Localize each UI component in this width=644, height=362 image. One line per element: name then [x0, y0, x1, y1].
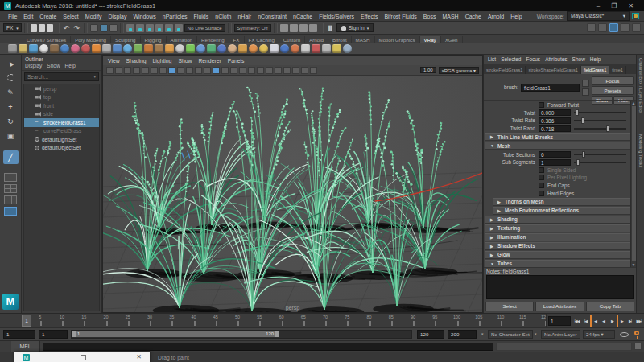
- outliner-menu-help[interactable]: Help: [65, 63, 76, 68]
- statusline-divider[interactable]: [56, 23, 60, 33]
- ae-tab-time1[interactable]: time1: [609, 66, 626, 74]
- shelf-icon-6[interactable]: [60, 44, 69, 53]
- gamma-value-field[interactable]: 1.00: [420, 67, 436, 73]
- menu-arnold[interactable]: Arnold: [485, 14, 507, 19]
- menu-display[interactable]: Display: [105, 14, 130, 19]
- viewport-toolbar-icon-12[interactable]: [204, 67, 211, 74]
- menu-help[interactable]: Help: [507, 14, 525, 19]
- select-hierarchy-icon[interactable]: [90, 24, 98, 32]
- section-texturing[interactable]: ▶Texturing: [485, 224, 630, 232]
- close-icon[interactable]: ✕: [136, 354, 142, 360]
- statusline-divider[interactable]: [228, 23, 232, 33]
- menu-select[interactable]: Select: [60, 14, 81, 19]
- render-current-frame-icon[interactable]: [290, 24, 298, 32]
- notes-toggle-icon[interactable]: [582, 88, 589, 96]
- shelf-icon-29[interactable]: [301, 44, 310, 53]
- shelf-tab-custom[interactable]: Custom: [279, 36, 305, 43]
- save-scene-icon[interactable]: [47, 24, 53, 32]
- shelf-tab-arnold[interactable]: Arnold: [305, 36, 328, 43]
- outliner-item-curvefieldgrass[interactable]: ~curveFieldGrass: [24, 127, 99, 136]
- section-thin-line-multi-streaks[interactable]: ▶Thin Line Multi Streaks: [485, 133, 630, 141]
- menu-file[interactable]: File: [5, 14, 20, 19]
- minimize-button[interactable]: –: [597, 2, 600, 10]
- shelf-icon-23[interactable]: [238, 44, 247, 53]
- shelf-tab-rigging[interactable]: Rigging: [141, 36, 167, 43]
- checkbox-end-caps[interactable]: [539, 183, 544, 188]
- section-thorns-on-mesh[interactable]: ▶Thorns on Mesh: [493, 198, 630, 206]
- presets-button[interactable]: Presets: [592, 86, 634, 95]
- shelf-icon-28[interactable]: [291, 44, 299, 53]
- viewport-toolbar-icon-1[interactable]: [106, 67, 114, 74]
- viewport-toolbar-icon-9[interactable]: [177, 67, 184, 74]
- ae-menu-help[interactable]: Help: [590, 56, 601, 62]
- focus-button[interactable]: Focus: [592, 76, 634, 85]
- playback-start-field[interactable]: 1: [39, 330, 68, 339]
- shelf-tab-fx-caching[interactable]: FX Caching: [245, 36, 279, 43]
- attribute-value-field[interactable]: 0.000: [539, 109, 571, 116]
- viewport-toolbar-icon-14[interactable]: [221, 67, 229, 74]
- shelf-icon-7[interactable]: [71, 44, 80, 53]
- viewport-toolbar-icon-6[interactable]: [151, 67, 158, 74]
- shelf-icon-25[interactable]: [259, 44, 268, 53]
- animation-end-field[interactable]: 200: [448, 330, 477, 339]
- single-pane-layout-button[interactable]: [4, 173, 17, 182]
- menu-boss[interactable]: Boss: [420, 14, 440, 19]
- maya-taskbar-icon[interactable]: M: [23, 354, 30, 361]
- menu-set-dropdown[interactable]: FX▾: [3, 23, 22, 32]
- slider-handle[interactable]: [606, 125, 609, 132]
- rotate-tool[interactable]: ↻: [3, 114, 19, 128]
- paint-select-tool[interactable]: ✎: [3, 85, 19, 99]
- humanik-toggle-icon[interactable]: [598, 23, 607, 32]
- shelf-icon-19[interactable]: [196, 44, 205, 53]
- new-scene-icon[interactable]: [31, 24, 37, 32]
- viewport-canvas[interactable]: persp: [103, 76, 482, 312]
- outliner-item-top[interactable]: top: [24, 93, 99, 102]
- step-back-key-button[interactable]: ◀: [590, 315, 599, 327]
- viewport-menu-view[interactable]: View: [108, 58, 120, 64]
- step-forward-key-button[interactable]: ▶: [617, 315, 625, 327]
- range-start-handle[interactable]: [72, 331, 76, 337]
- viewport-toolbar-icon-21[interactable]: [283, 67, 291, 74]
- shelf-icon-1[interactable]: [8, 44, 17, 53]
- viewport-toolbar-icon-8[interactable]: [168, 67, 175, 74]
- shelf-icon-13[interactable]: [134, 44, 142, 53]
- shelf-tab-poly-modeling[interactable]: Poly Modeling: [71, 36, 111, 43]
- viewport-toolbar-icon-17[interactable]: [248, 67, 255, 74]
- menu-cache[interactable]: Cache: [462, 14, 485, 19]
- statusline-divider[interactable]: [84, 23, 88, 33]
- menu-mash[interactable]: MASH: [439, 14, 461, 19]
- menu-edit[interactable]: Edit: [20, 14, 36, 19]
- select-component-icon[interactable]: [109, 24, 118, 32]
- section-glow[interactable]: ▶Glow: [485, 251, 630, 259]
- ae-tab-strokeshapefieldgrass1[interactable]: strokeShapeFieldGrass1: [526, 66, 581, 74]
- open-scene-icon[interactable]: [39, 24, 45, 32]
- outliner-item-side[interactable]: side: [24, 110, 99, 119]
- ae-menu-show[interactable]: Show: [572, 56, 585, 62]
- viewport-menu-lighting[interactable]: Lighting: [153, 58, 172, 64]
- attribute-value-field[interactable]: 6: [539, 151, 571, 158]
- viewport-toolbar-icon-16[interactable]: [239, 67, 246, 74]
- playback-loop-icon[interactable]: [620, 332, 629, 337]
- shelf-icon-15[interactable]: [155, 44, 163, 53]
- menu-windows[interactable]: Windows: [130, 14, 159, 19]
- menu-ncloth[interactable]: nCloth: [212, 14, 234, 19]
- shelf-icon-27[interactable]: [280, 44, 289, 53]
- go-to-end-button[interactable]: ▶▶|: [634, 315, 643, 327]
- shelf-tab-xgen[interactable]: XGen: [441, 36, 463, 43]
- viewport-menu-renderer[interactable]: Renderer: [198, 58, 221, 64]
- copy-tab-button[interactable]: Copy Tab: [586, 302, 634, 311]
- current-frame-marker[interactable]: 1: [22, 315, 31, 327]
- maximize-button[interactable]: ❐: [611, 2, 617, 10]
- notes-textarea[interactable]: [486, 275, 634, 299]
- workspace-dropdown[interactable]: Maya Classic*▾: [567, 11, 630, 21]
- section-shading[interactable]: ▶Shading: [485, 216, 630, 224]
- viewport-toolbar-icon-13[interactable]: [213, 67, 220, 74]
- attribute-slider[interactable]: [574, 162, 626, 163]
- checkbox-hard-edges[interactable]: [539, 191, 544, 196]
- fps-dropdown[interactable]: 24 fps ▾: [583, 330, 615, 339]
- viewport-toolbar-icon-23[interactable]: [301, 67, 308, 74]
- viewport-toolbar-icon-11[interactable]: [195, 67, 202, 74]
- shelf-icon-30[interactable]: [312, 44, 320, 53]
- attribute-value-field[interactable]: 0.386: [539, 117, 571, 124]
- viewport-menu-show[interactable]: Show: [178, 58, 192, 64]
